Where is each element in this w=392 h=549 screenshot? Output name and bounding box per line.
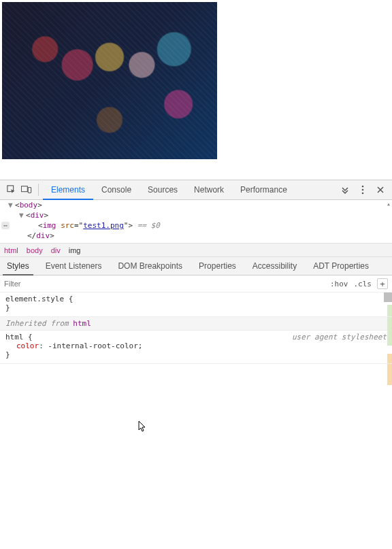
style-rule-element[interactable]: element.style { }	[0, 293, 392, 317]
new-style-rule-icon[interactable]: +	[377, 278, 388, 289]
kebab-menu-icon[interactable]	[355, 182, 370, 197]
tag-name: div	[36, 231, 50, 240]
style-declaration[interactable]: color: -internal-root-color;	[5, 342, 387, 350]
dom-node-div-close[interactable]: </div>	[0, 231, 392, 241]
angle-close: >	[50, 231, 54, 240]
dollar-zero-ref: == $0	[133, 221, 160, 230]
inspect-element-icon[interactable]	[4, 182, 19, 197]
tab-elements[interactable]: Elements	[43, 180, 93, 200]
crumb-body[interactable]: body	[27, 246, 43, 254]
brace-open: {	[64, 295, 73, 303]
page-image[interactable]	[2, 2, 217, 159]
selector-text[interactable]: html	[5, 333, 24, 342]
subtab-adt-properties[interactable]: ADT Properties	[309, 257, 373, 276]
elements-tree[interactable]: ▴ ⋯ ▼<body> ▼<div> <img src="test1.png">…	[0, 200, 392, 243]
cls-toggle[interactable]: .cls	[354, 280, 372, 288]
close-devtools-icon[interactable]	[373, 182, 388, 197]
devtools-tabs: Elements Console Sources Network Perform…	[43, 180, 338, 200]
styles-toolbar: :hov .cls +	[0, 276, 392, 293]
tab-console[interactable]: Console	[93, 180, 140, 200]
hov-toggle[interactable]: :hov	[330, 280, 348, 288]
selector-text[interactable]: element.style	[5, 295, 64, 303]
svg-point-5	[362, 193, 364, 195]
devtools-main-toolbar: Elements Console Sources Network Perform…	[0, 180, 392, 200]
dom-node-div-open[interactable]: ▼<div>	[0, 210, 392, 220]
toolbar-right-actions	[338, 182, 388, 197]
dom-breadcrumb: html body div img	[0, 243, 392, 257]
page-preview-area	[0, 0, 392, 180]
brace-close: }	[5, 350, 387, 359]
styles-toggles: :hov .cls +	[330, 278, 388, 289]
inherited-label: Inherited from	[5, 319, 73, 328]
devtools-panel: Elements Console Sources Network Perform…	[0, 180, 392, 364]
dom-node-body[interactable]: ▼<body>	[0, 200, 392, 210]
crumb-div[interactable]: div	[51, 246, 61, 254]
scroll-up-indicator[interactable]: ▴	[387, 200, 391, 207]
more-tabs-icon[interactable]	[338, 182, 353, 197]
attr-name: src	[61, 221, 74, 230]
toolbar-separator	[38, 184, 39, 196]
expand-arrow-icon[interactable]: ▼	[8, 201, 15, 210]
tab-sources[interactable]: Sources	[140, 180, 186, 200]
collapsed-dots-icon[interactable]: ⋯	[1, 222, 10, 229]
inherited-from-bar: Inherited from html	[0, 317, 392, 331]
svg-point-3	[362, 186, 364, 188]
inherited-from-tag[interactable]: html	[73, 319, 91, 328]
angle-open: <	[26, 211, 31, 220]
rule-origin: user agent stylesheet	[292, 333, 387, 342]
tag-name: div	[31, 211, 44, 220]
style-rule-html[interactable]: user agent stylesheet html { color: -int…	[0, 331, 392, 364]
svg-rect-2	[28, 187, 31, 193]
svg-point-4	[362, 189, 364, 191]
mouse-cursor-icon	[138, 420, 148, 433]
styles-pane: element.style { } Inherited from html us…	[0, 293, 392, 364]
crumb-img[interactable]: img	[69, 246, 81, 254]
subtab-dom-breakpoints[interactable]: DOM Breakpoints	[114, 257, 186, 276]
subtab-accessibility[interactable]: Accessibility	[248, 257, 301, 276]
dom-node-img[interactable]: <img src="test1.png"> == $0	[0, 220, 392, 231]
css-property[interactable]: color	[16, 342, 39, 350]
angle-close: >	[37, 201, 42, 210]
subtab-event-listeners[interactable]: Event Listeners	[42, 257, 106, 276]
angle-close: >	[44, 211, 49, 220]
angle-open: <	[38, 221, 43, 230]
tab-network[interactable]: Network	[186, 180, 232, 200]
tag-name: body	[20, 201, 38, 210]
expand-arrow-icon[interactable]: ▼	[19, 211, 26, 220]
tab-performance[interactable]: Performance	[232, 180, 295, 200]
attr-value-link[interactable]: test1.png	[83, 221, 124, 230]
angle-open: <	[15, 201, 20, 210]
subtab-styles[interactable]: Styles	[3, 257, 33, 276]
elements-subtabs: Styles Event Listeners DOM Breakpoints P…	[0, 257, 392, 276]
css-value[interactable]: -internal-root-color;	[44, 342, 143, 350]
subtab-properties[interactable]: Properties	[195, 257, 240, 276]
tag-name: img	[43, 221, 56, 230]
device-toggle-icon[interactable]	[19, 182, 34, 197]
styles-filter-input[interactable]	[4, 280, 330, 288]
svg-rect-1	[21, 186, 27, 192]
angle-open: </	[27, 231, 36, 240]
crumb-html[interactable]: html	[4, 246, 18, 254]
brace-close: }	[5, 303, 387, 312]
brace-open: {	[24, 333, 33, 342]
